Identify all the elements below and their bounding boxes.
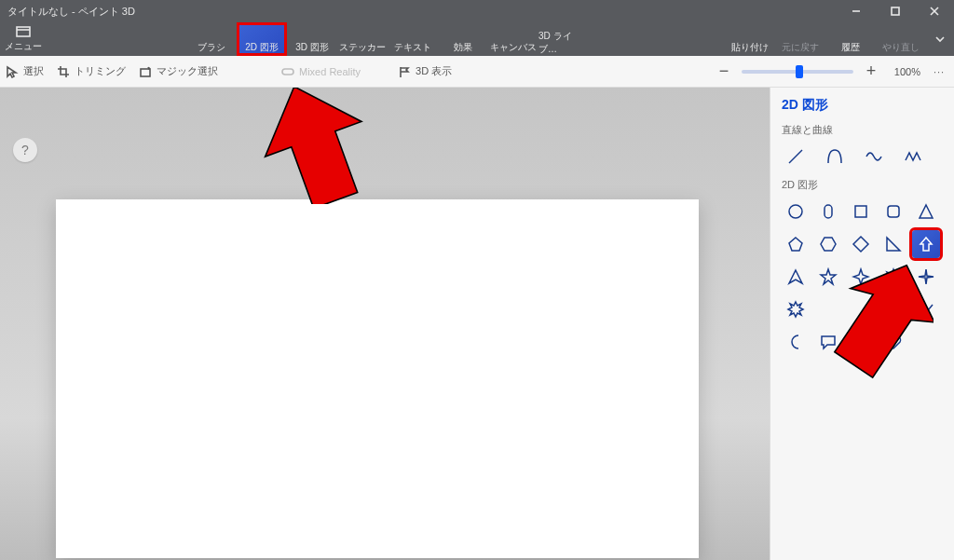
zoom-controls: − + 100% ··· (716, 63, 948, 80)
window-title: タイトルなし - ペイント 3D (0, 5, 837, 19)
tab-paste[interactable]: 貼り付け (725, 22, 775, 56)
shape-oval[interactable] (814, 198, 842, 225)
tool-3d-view[interactable]: 3D 表示 (398, 64, 452, 78)
cursor-icon (6, 65, 19, 78)
titlebar: タイトルなし - ペイント 3D (0, 0, 954, 22)
svg-line-20 (789, 150, 802, 163)
svg-rect-17 (141, 69, 150, 76)
canvas-viewport[interactable]: ? (0, 88, 770, 560)
tab-canvas-label: キャンバス (490, 41, 537, 54)
group-2d: 2D 図形 (782, 178, 943, 192)
svg-rect-24 (888, 206, 899, 217)
tab-2d-shapes[interactable]: 2D 図形 (237, 22, 287, 56)
svg-rect-4 (17, 27, 30, 36)
tab-brush[interactable]: ブラシ (186, 22, 237, 56)
svg-marker-19 (264, 88, 366, 204)
shape-wave[interactable] (860, 143, 888, 171)
tool-select[interactable]: 選択 (6, 64, 44, 78)
shape-square[interactable] (847, 198, 875, 225)
expand-chevron[interactable] (926, 22, 954, 56)
tab-text[interactable]: テキスト (388, 22, 438, 56)
tool-magic-label: マジック選択 (157, 64, 218, 78)
right-tabs: 貼り付け 元に戻す 履歴 やり直し (725, 22, 926, 56)
tab-effects[interactable]: 効果 (438, 22, 488, 56)
tab-stickers-label: ステッカー (339, 41, 386, 54)
tab-paste-label: 貼り付け (731, 41, 769, 54)
tab-history[interactable]: 履歴 (825, 22, 876, 56)
tab-row: メニュー ブラシ 2D 図形 3D 図形 ステッカー テキスト (0, 22, 954, 56)
annotation-arrow-2 (794, 249, 934, 389)
tool-3dview-label: 3D 表示 (416, 64, 452, 78)
tab-text-label: テキスト (394, 41, 431, 54)
help-button[interactable]: ? (13, 138, 37, 162)
tab-effects-label: 効果 (454, 41, 472, 54)
tab-3d-library[interactable]: 3D ライブ… (538, 22, 589, 56)
annotation-arrow-1 (264, 88, 366, 204)
toolbar: 選択 トリミング マジック選択 Mixed Reality 3D 表示 − + … (0, 56, 954, 88)
tool-mixed-reality: Mixed Reality (281, 65, 361, 78)
shape-polyline[interactable] (899, 143, 927, 171)
svg-rect-1 (892, 7, 899, 15)
more-options[interactable]: ··· (930, 66, 948, 77)
tab-undo-label: 元に戻す (782, 41, 819, 54)
tab-3d-library-label: 3D ライブ… (538, 30, 589, 56)
crop-icon (57, 65, 70, 78)
side-panel: 2D 図形 直線と曲線 2D 図形 (770, 88, 954, 560)
mixed-reality-icon (281, 65, 294, 78)
svg-rect-18 (282, 69, 293, 75)
canvas[interactable] (56, 199, 699, 558)
zoom-percent[interactable]: 100% (889, 66, 920, 77)
svg-marker-27 (831, 255, 934, 386)
shape-triangle[interactable] (912, 198, 940, 225)
minimize-button[interactable] (837, 0, 876, 22)
tool-mixed-label: Mixed Reality (299, 66, 361, 77)
main-tabs: ブラシ 2D 図形 3D 図形 ステッカー テキスト 効果 (186, 22, 589, 56)
maximize-button[interactable] (876, 0, 915, 22)
tab-brush-label: ブラシ (198, 41, 225, 54)
tool-select-label: 選択 (23, 64, 44, 78)
svg-rect-23 (855, 206, 866, 217)
tab-redo-label: やり直し (882, 41, 920, 54)
flag-icon (398, 65, 411, 78)
tab-undo[interactable]: 元に戻す (775, 22, 825, 56)
tab-canvas[interactable]: キャンバス (488, 22, 538, 56)
tool-magic-select[interactable]: マジック選択 (139, 64, 218, 78)
svg-rect-22 (825, 205, 832, 218)
close-button[interactable] (915, 0, 954, 22)
group-lines: 直線と曲線 (782, 123, 943, 137)
panel-title: 2D 図形 (782, 97, 943, 114)
tool-crop[interactable]: トリミング (57, 64, 126, 78)
zoom-slider-thumb[interactable] (796, 65, 803, 78)
tab-3d-label: 3D 図形 (295, 41, 329, 54)
shape-circle[interactable] (782, 198, 810, 225)
tool-crop-label: トリミング (75, 64, 126, 78)
tab-history-label: 履歴 (841, 41, 860, 54)
tab-3d-shapes[interactable]: 3D 図形 (287, 22, 337, 56)
tab-stickers[interactable]: ステッカー (337, 22, 388, 56)
magic-icon (139, 65, 152, 78)
svg-point-21 (789, 205, 802, 218)
menu-label: メニュー (5, 40, 42, 53)
zoom-slider[interactable] (742, 70, 853, 74)
menu-button[interactable]: メニュー (0, 22, 47, 56)
zoom-in-button[interactable]: + (863, 63, 879, 80)
shape-curve[interactable] (821, 143, 849, 171)
main-area: ? 2D 図形 直線と曲線 2D 図形 (0, 88, 954, 560)
menu-icon (16, 26, 31, 39)
tab-2d-label: 2D 図形 (245, 41, 279, 54)
shape-rounded-square[interactable] (879, 198, 907, 225)
tab-redo[interactable]: やり直し (876, 22, 926, 56)
line-shapes-row (782, 143, 943, 171)
zoom-out-button[interactable]: − (716, 63, 732, 80)
shape-line[interactable] (782, 143, 810, 171)
